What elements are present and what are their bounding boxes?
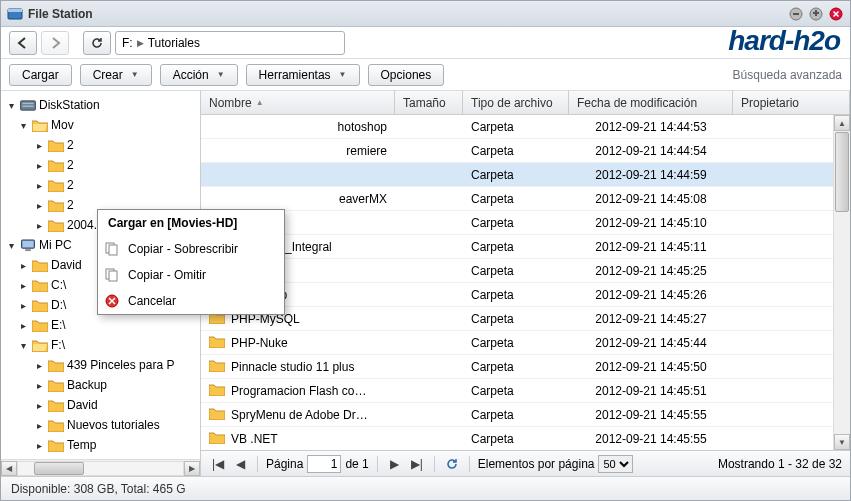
perpage-select[interactable]: 50 <box>598 455 633 473</box>
page-input[interactable] <box>307 455 341 473</box>
accion-button[interactable]: Acción▼ <box>160 64 238 86</box>
cell-date: 2012-09-21 14:45:10 <box>569 216 733 230</box>
cell-date: 2012-09-21 14:45:55 <box>569 408 733 422</box>
next-page-button[interactable]: ▶ <box>386 455 404 473</box>
nav-bar: F: ▶ Tutoriales hard-h2o <box>1 27 850 59</box>
scroll-track[interactable] <box>17 461 184 476</box>
sort-asc-icon: ▲ <box>256 98 264 107</box>
table-row[interactable]: VB .NETCarpeta2012-09-21 14:45:55 <box>201 427 833 450</box>
file-name: Pinnacle studio 11 plus <box>231 360 354 374</box>
app-icon <box>7 6 23 22</box>
back-button[interactable] <box>9 31 37 55</box>
tree-item[interactable]: ▸Backup <box>1 375 200 395</box>
svg-rect-7 <box>22 102 33 103</box>
herramientas-button[interactable]: Herramientas▼ <box>246 64 360 86</box>
tree-item[interactable]: ▸E:\ <box>1 315 200 335</box>
header-name[interactable]: Nombre▲ <box>201 91 395 114</box>
refresh-button[interactable] <box>83 31 111 55</box>
cell-type: Carpeta <box>463 408 569 422</box>
scroll-down-button[interactable]: ▼ <box>834 434 850 450</box>
tree-item[interactable]: ▸439 Pinceles para P <box>1 355 200 375</box>
table-row[interactable]: LinuxCarpeta2012-09-21 14:45:25 <box>201 259 833 283</box>
cell-date: 2012-09-21 14:45:27 <box>569 312 733 326</box>
tree-f-drive[interactable]: ▾F:\ <box>1 335 200 355</box>
table-row[interactable]: eaverMXCarpeta2012-09-21 14:45:08 <box>201 187 833 211</box>
file-name: PHP-Nuke <box>231 336 288 350</box>
cell-date: 2012-09-21 14:45:51 <box>569 384 733 398</box>
cell-type: Carpeta <box>463 312 569 326</box>
context-copy-skip[interactable]: Copiar - Omitir <box>98 262 284 288</box>
tree-item[interactable]: ▸2 <box>1 175 200 195</box>
tree-item[interactable]: ▸Temp <box>1 435 200 455</box>
tree-label: E:\ <box>51 318 66 332</box>
header-type[interactable]: Tipo de archivo <box>463 91 569 114</box>
header-owner[interactable]: Propietario <box>733 91 850 114</box>
table-row[interactable]: Pinnacle studio 11 plusCarpeta2012-09-21… <box>201 355 833 379</box>
header-label: Nombre <box>209 96 252 110</box>
tree-item[interactable]: ▸David <box>1 395 200 415</box>
tree-label: F:\ <box>51 338 65 352</box>
tree-item[interactable]: ▸2 <box>1 155 200 175</box>
table-row[interactable]: hotoshopCarpeta2012-09-21 14:44:53 <box>201 115 833 139</box>
crear-button[interactable]: Crear▼ <box>80 64 152 86</box>
table-row[interactable]: photoshopCarpeta2012-09-21 14:45:26 <box>201 283 833 307</box>
tree-label: 2 <box>67 138 74 152</box>
tree-item[interactable]: ▸Nuevos tutoriales <box>1 415 200 435</box>
context-copy-overwrite[interactable]: Copiar - Sobrescribir <box>98 236 284 262</box>
vscroll-track[interactable] <box>834 131 850 434</box>
minimize-button[interactable] <box>788 6 804 22</box>
table-row[interactable]: Carpeta2012-09-21 14:44:59 <box>201 163 833 187</box>
search-field[interactable]: Búsqueda avanzada <box>733 68 842 82</box>
file-rows[interactable]: hotoshopCarpeta2012-09-21 14:44:53remier… <box>201 115 833 450</box>
path-field[interactable]: F: ▶ Tutoriales <box>115 31 345 55</box>
tree-label: DiskStation <box>39 98 100 112</box>
tree-label: 2 <box>67 158 74 172</box>
scroll-left-button[interactable]: ◀ <box>1 461 17 476</box>
table-row[interactable]: Carpeta2012-09-21 14:45:10 <box>201 211 833 235</box>
table-row[interactable]: remiereCarpeta2012-09-21 14:44:54 <box>201 139 833 163</box>
cell-name: Pinnacle studio 11 plus <box>201 359 395 375</box>
prev-page-button[interactable]: ◀ <box>231 455 249 473</box>
separator <box>469 456 470 472</box>
context-cancel[interactable]: Cancelar <box>98 288 284 314</box>
close-button[interactable] <box>828 6 844 22</box>
folder-icon <box>48 358 64 372</box>
opciones-button[interactable]: Opciones <box>368 64 445 86</box>
cell-type: Carpeta <box>463 432 569 446</box>
last-page-button[interactable]: ▶| <box>408 455 426 473</box>
table-row[interactable]: PHP-MySQLCarpeta2012-09-21 14:45:27 <box>201 307 833 331</box>
tree-movies[interactable]: ▾Mov <box>1 115 200 135</box>
vscroll[interactable]: ▲ ▼ <box>833 115 850 450</box>
folder-open-icon <box>32 338 48 352</box>
scroll-up-button[interactable]: ▲ <box>834 115 850 131</box>
table-row[interactable]: Programacion Flash co…Carpeta2012-09-21 … <box>201 379 833 403</box>
refresh-pager-button[interactable] <box>443 455 461 473</box>
scroll-thumb[interactable] <box>34 462 84 475</box>
header-size[interactable]: Tamaño <box>395 91 463 114</box>
table-row[interactable]: SpryMenu de Adobe Dr…Carpeta2012-09-21 1… <box>201 403 833 427</box>
tree-item[interactable]: ▸2 <box>1 135 200 155</box>
tree-root[interactable]: ▾DiskStation <box>1 95 200 115</box>
tree-label: Nuevos tutoriales <box>67 418 160 432</box>
cargar-button[interactable]: Cargar <box>9 64 72 86</box>
accion-label: Acción <box>173 68 209 82</box>
table-row[interactable]: PHP-NukeCarpeta2012-09-21 14:45:44 <box>201 331 833 355</box>
caret-down-icon: ▼ <box>131 70 139 79</box>
cell-type: Carpeta <box>463 264 569 278</box>
forward-button[interactable] <box>41 31 69 55</box>
tree-label: Backup <box>67 378 107 392</box>
header-date[interactable]: Fecha de modificación <box>569 91 733 114</box>
context-menu: Cargar en [Movies-HD] Copiar - Sobrescri… <box>97 209 285 315</box>
cell-date: 2012-09-21 14:45:55 <box>569 432 733 446</box>
table-row[interactable]: Javascript_IntegralCarpeta2012-09-21 14:… <box>201 235 833 259</box>
folder-icon <box>48 378 64 392</box>
folder-icon <box>32 298 48 312</box>
first-page-button[interactable]: |◀ <box>209 455 227 473</box>
scroll-right-button[interactable]: ▶ <box>184 461 200 476</box>
tree-label: C:\ <box>51 278 66 292</box>
folder-icon <box>32 278 48 292</box>
vscroll-thumb[interactable] <box>835 132 849 212</box>
sidebar-hscroll[interactable]: ◀ ▶ <box>1 459 200 476</box>
path-segment: Tutoriales <box>148 36 200 50</box>
maximize-button[interactable] <box>808 6 824 22</box>
